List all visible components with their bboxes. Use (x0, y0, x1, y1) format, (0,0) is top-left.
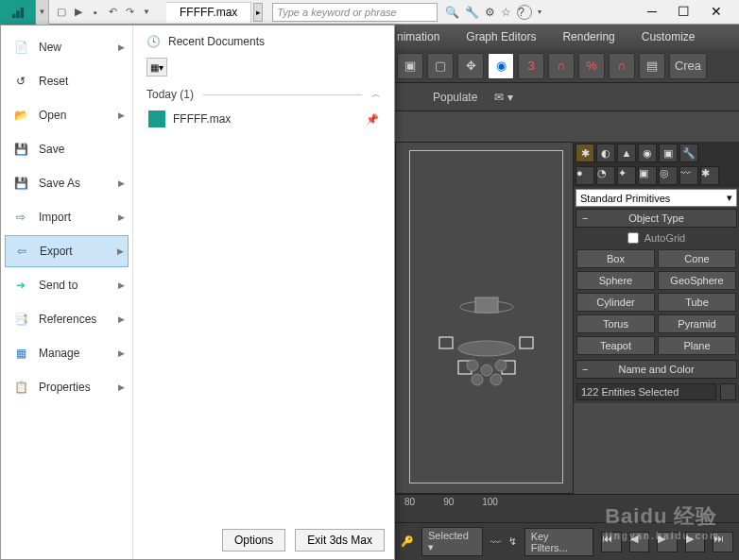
tool-btn-1[interactable]: ▣ (397, 53, 423, 79)
systems-icon[interactable]: ✱ (700, 166, 719, 185)
primitive-buttons-grid: Box Cone Sphere GeoSphere Cylinder Tube … (574, 246, 739, 358)
save-icon[interactable]: ▪ (89, 6, 102, 19)
menu-new[interactable]: 📄 New ▶ (5, 31, 129, 63)
prim-sphere[interactable]: Sphere (576, 271, 655, 290)
menu-open[interactable]: 📂 Open ▶ (5, 99, 129, 131)
new-file-icon[interactable]: ▢ (55, 6, 68, 19)
minimize-button[interactable]: ─ (647, 4, 657, 19)
prim-box[interactable]: Box (576, 249, 655, 268)
cameras-icon[interactable]: ▣ (638, 166, 657, 185)
create-tab-icon[interactable]: ✱ (576, 144, 594, 162)
search-input[interactable]: Type a keyword or phrase (272, 3, 438, 22)
exit-button[interactable]: Exit 3ds Max (295, 529, 385, 552)
rotate-tool-icon[interactable]: ◉ (488, 53, 514, 79)
recent-file-item[interactable]: FFFFF.max 📌 (146, 105, 381, 133)
menu-reset[interactable]: ↺ Reset (5, 65, 129, 97)
selection-set-dropdown[interactable]: Selected ▾ (421, 527, 483, 556)
menu-graph-editors[interactable]: Graph Editors (466, 30, 536, 43)
menu-manage[interactable]: ▦ Manage ▶ (5, 337, 129, 369)
tab-overflow-icon[interactable]: ▸ (253, 3, 263, 22)
hierarchy-tab-icon[interactable]: ▲ (617, 144, 636, 162)
link-icon[interactable]: ⚙ (485, 6, 495, 19)
menu-customize[interactable]: Customize (642, 30, 696, 43)
play-prev-icon[interactable]: ◀ (629, 532, 650, 552)
object-type-rollout-header[interactable]: − Object Type (576, 209, 737, 228)
help-dropdown-icon[interactable]: ▾ (538, 8, 541, 16)
filter-icon[interactable]: ↯ (508, 535, 517, 548)
helpers-icon[interactable]: ◎ (659, 166, 678, 185)
prim-geosphere[interactable]: GeoSphere (658, 271, 736, 290)
prim-cylinder[interactable]: Cylinder (576, 293, 655, 312)
redo-icon[interactable]: ↷ (123, 6, 136, 19)
geometry-icon[interactable]: ● (576, 166, 594, 185)
qa-dropdown-icon[interactable]: ▼ (140, 6, 153, 19)
motion-tab-icon[interactable]: ◉ (638, 144, 657, 162)
display-tab-icon[interactable]: ▣ (659, 144, 678, 162)
primitive-category-dropdown[interactable]: Standard Primitives ▾ (576, 189, 737, 207)
help-icon[interactable]: ? (517, 5, 532, 20)
star-icon[interactable]: ☆ (501, 6, 511, 19)
maximize-button[interactable]: ☐ (678, 4, 690, 19)
prim-teapot[interactable]: Teapot (576, 336, 655, 355)
options-button[interactable]: Options (222, 529, 285, 552)
prim-pyramid[interactable]: Pyramid (658, 314, 736, 333)
scene-objects[interactable] (430, 290, 543, 398)
play-end-icon[interactable]: ⏭ (713, 532, 733, 552)
curve-icon[interactable]: 〰 (490, 536, 501, 548)
object-name-field[interactable] (576, 383, 716, 400)
collapse-caret-icon[interactable]: ︿ (371, 88, 381, 101)
menu-import-label: Import (39, 211, 71, 224)
play-start-icon[interactable]: ⏮ (601, 532, 622, 552)
menu-import[interactable]: ⇨ Import ▶ (5, 201, 129, 233)
menu-properties[interactable]: 📋 Properties ▶ (5, 371, 129, 403)
play-icon[interactable]: ▶ (657, 532, 678, 552)
percent-snap-icon[interactable]: % (578, 53, 605, 79)
menu-references[interactable]: 📑 References ▶ (5, 303, 129, 335)
lights-icon[interactable]: ✦ (617, 166, 636, 185)
color-swatch[interactable] (720, 383, 736, 400)
divider (203, 94, 362, 95)
snap-3-icon[interactable]: 3 (518, 53, 544, 79)
move-tool-icon[interactable]: ✥ (457, 53, 484, 79)
menu-save-as[interactable]: 💾 Save As ▶ (5, 167, 129, 199)
status-key-icon[interactable]: 🔑 (401, 535, 414, 548)
prim-plane[interactable]: Plane (658, 336, 736, 355)
prim-cone[interactable]: Cone (658, 249, 736, 268)
play-next-icon[interactable]: ▶ (685, 532, 706, 552)
tool-btn-2[interactable]: ▢ (427, 53, 454, 79)
utilities-tab-icon[interactable]: 🔧 (679, 144, 698, 162)
menu-save[interactable]: 💾 Save (5, 133, 129, 165)
ribbon-envelope-icon[interactable]: ✉ ▾ (494, 91, 512, 104)
viewport[interactable] (395, 142, 574, 494)
modify-tab-icon[interactable]: ◐ (596, 144, 615, 162)
pin-icon[interactable]: 📌 (366, 113, 379, 126)
close-button[interactable]: ✕ (711, 4, 722, 19)
undo-icon[interactable]: ↶ (106, 6, 119, 19)
binoculars-icon[interactable]: 🔍 (445, 6, 459, 19)
file-tab[interactable]: FFFFF.max (166, 2, 251, 23)
prim-tube[interactable]: Tube (658, 293, 736, 312)
create-btn-icon[interactable]: Crea (669, 53, 707, 79)
menu-export[interactable]: ⇦ Export ▶ (5, 235, 129, 267)
named-sel-icon[interactable]: ▤ (639, 53, 665, 79)
recent-view-toggle[interactable]: ▦▾ (146, 58, 167, 76)
menu-send-to[interactable]: ➜ Send to ▶ (5, 269, 129, 301)
menu-rendering[interactable]: Rendering (562, 30, 614, 43)
snap-icon[interactable]: ∩ (609, 53, 635, 79)
timeline[interactable]: 80 90 100 (395, 494, 739, 522)
tool-icon[interactable]: 🔧 (465, 6, 479, 19)
recent-docs-icon: 🕓 (146, 35, 161, 48)
name-color-rollout-header[interactable]: − Name and Color (576, 360, 737, 379)
prim-torus[interactable]: Torus (576, 314, 655, 333)
autogrid-checkbox[interactable] (627, 232, 639, 244)
shapes-icon[interactable]: ◔ (596, 166, 615, 185)
app-menu-button[interactable] (0, 0, 36, 25)
key-filters-button[interactable]: Key Filters... (524, 528, 594, 556)
recent-today-header[interactable]: Today (1) ︿ (146, 88, 381, 101)
menu-animation[interactable]: nimation (397, 30, 439, 43)
spacewarps-icon[interactable]: 〰 (679, 166, 698, 185)
ribbon-populate[interactable]: Populate (433, 91, 477, 104)
open-file-icon[interactable]: ▶ (72, 6, 85, 19)
angle-snap-icon[interactable]: ∩ (548, 53, 575, 79)
app-menu-dropdown-arrow[interactable]: ▼ (36, 0, 49, 25)
